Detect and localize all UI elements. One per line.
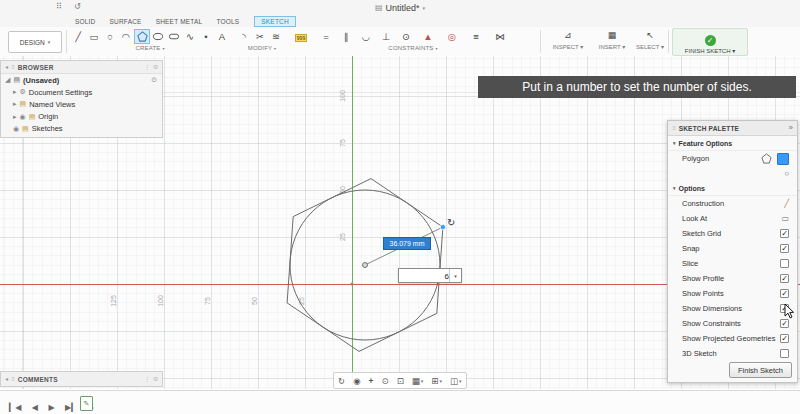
expander-icon[interactable]: ▸ [13,113,17,121]
option-row-sketch-grid[interactable]: Sketch Grid ✓ [668,226,797,241]
inspect-group[interactable]: ⊿ INSPECT ▾ [548,29,588,52]
sketch-dimension-tool-icon[interactable]: 999 [292,29,310,44]
create-group-label[interactable]: CREATE ▾ [70,45,230,54]
select-group[interactable]: ↖ SELECT ▾ [630,29,670,52]
orbit-icon[interactable]: ↻ [334,376,349,386]
finish-sketch-button[interactable]: ✓ FINISH SKETCH ▾ [672,28,748,56]
zoom-icon[interactable]: ⊙ [378,376,393,386]
polygon-sides-input[interactable]: ▾ [398,268,462,283]
collapse-panel-icon[interactable]: ◂ [5,376,8,382]
collinear-constraint-icon[interactable]: ≡ [468,29,484,44]
option-row-slice[interactable]: Slice [668,256,797,271]
point-tool-icon[interactable]: • [198,29,214,44]
show-points-checkbox[interactable]: ✓ [780,289,789,298]
eye-icon[interactable]: ◉ [20,113,26,121]
viewports-icon[interactable]: ◫▾ [446,376,466,386]
expand-right-icon[interactable]: » [789,124,793,132]
option-row-show-profile[interactable]: Show Profile ✓ [668,271,797,286]
sides-value-field[interactable] [399,269,451,284]
play-icon[interactable]: ▶ [45,401,57,414]
browser-row-sketches[interactable]: ◉ ▤ Sketches [1,123,162,137]
skip-to-start-icon[interactable]: ▎◀ [6,401,24,414]
browser-row-document-settings[interactable]: ▸ ⚙ Document Settings [1,86,162,98]
grip-dots-icon[interactable]: ⠿ [11,377,15,382]
show-projected-geometries-checkbox[interactable]: ✓ [780,334,789,343]
panel-settings-icon[interactable]: ⊙ [153,376,158,382]
feature-options-section[interactable]: ▾ Feature Options [668,136,797,151]
trim-tool-icon[interactable]: ✂ [252,29,268,44]
option-row-look-at[interactable]: Look At ▭ [668,211,797,226]
browser-row-document[interactable]: ◢ ▤ (Unsaved) ⊙ [1,74,162,86]
look-at-icon[interactable]: ▭ [781,215,789,223]
polygon-tool-icon[interactable] [134,29,150,44]
text-tool-icon[interactable]: A [214,29,230,44]
dimension-value-field[interactable]: 36.079 mm [383,237,431,250]
display-settings-icon[interactable]: ▦▾ [408,376,428,386]
tangent-constraint-icon[interactable]: ◡ [358,29,374,44]
options-section[interactable]: ▾ Options [668,181,797,196]
look-at-icon[interactable]: ◉ [349,376,364,386]
collapse-panel-icon[interactable]: ◂ [5,64,8,70]
snap-checkbox[interactable]: ✓ [780,244,789,253]
modify-group-label[interactable]: MODIFY ▾ [232,45,292,54]
midpoint-constraint-icon[interactable]: ▲ [420,29,436,44]
slice-checkbox[interactable] [780,259,789,268]
eye-icon[interactable]: ◉ [13,125,19,133]
slot-tool-icon[interactable] [166,29,182,44]
tab-solid[interactable]: SOLID [68,16,103,27]
circle-tool-icon[interactable]: ○ [102,29,118,44]
offset-tool-icon[interactable]: ≋ [268,29,284,44]
option-row-show-projected-geometries[interactable]: Show Projected Geometries ✓ [668,331,797,346]
option-row-show-dimensions[interactable]: Show Dimensions ✓ [668,301,797,316]
tab-sketch[interactable]: SKETCH [254,16,296,27]
browser-row-origin[interactable]: ▸ ◉ ▤ Origin [1,111,162,123]
fit-icon[interactable]: ⊡ [393,376,408,386]
step-back-icon[interactable]: ◀ [29,401,41,414]
expander-icon[interactable]: ▸ [13,100,17,108]
circle-mode-icon[interactable]: ○ [784,170,789,178]
option-row-3d-sketch[interactable]: 3D Sketch [668,346,797,361]
coincident-constraint-icon[interactable]: ⊙ [398,29,414,44]
sketch-palette-header[interactable]: ⠿ SKETCH PALETTE » [668,121,797,136]
option-row-construction[interactable]: Construction ╱ [668,196,797,211]
more-options-icon[interactable]: ⋮ [144,376,150,382]
option-row-show-constraints[interactable]: Show Constraints ✓ [668,316,797,331]
grip-dots-icon[interactable]: ⠿ [11,65,15,70]
option-row-show-points[interactable]: Show Points ✓ [668,286,797,301]
parallel-constraint-icon[interactable]: ∥ [338,29,354,44]
option-row-snap[interactable]: Snap ✓ [668,241,797,256]
polygon-inscribed-circle[interactable] [290,190,440,340]
fillet-tool-icon[interactable]: ◝ [236,29,252,44]
pentagon-icon[interactable] [761,153,772,164]
insert-group[interactable]: ▦ INSERT ▾ [592,29,632,52]
sketch-grid-checkbox[interactable]: ✓ [780,229,789,238]
polygon-preview[interactable] [287,179,443,352]
tab-sheet-metal[interactable]: SHEET METAL [149,16,210,27]
concentric-constraint-icon[interactable]: ◎ [444,29,460,44]
polygon-vertex-grip[interactable] [440,225,445,230]
show-constraints-checkbox[interactable]: ✓ [780,319,789,328]
rectangle-tool-icon[interactable]: ▭ [86,29,102,44]
horizontal-vertical-constraint-icon[interactable]: ⊥ [378,29,394,44]
document-tab[interactable]: ▤ Untitled* ▾ [0,0,800,16]
visibility-icon[interactable]: ⊙ [151,76,157,84]
3d-sketch-checkbox[interactable] [780,349,789,358]
sides-spinner-caret-icon[interactable]: ▾ [449,269,461,282]
tab-surface[interactable]: SURFACE [103,16,149,27]
rotate-handle-icon[interactable]: ↻ [447,218,455,228]
expander-icon[interactable]: ▸ [13,88,17,96]
constraints-group-label[interactable]: CONSTRAINTS ▾ [318,45,508,54]
browser-row-named-views[interactable]: ▸ ▤ Named Views [1,98,162,110]
spline-tool-icon[interactable]: ∿ [182,29,198,44]
pan-icon[interactable]: + [365,376,378,386]
equal-constraint-icon[interactable]: = [318,29,334,44]
skip-to-end-icon[interactable]: ▶▎ [62,401,80,414]
timeline-sketch-marker[interactable]: ✎ [80,396,93,411]
symmetry-constraint-icon[interactable]: ⋈ [492,29,508,44]
finish-sketch-palette-button[interactable]: Finish Sketch [729,362,792,378]
grip-dots-icon[interactable]: ⠿ [672,126,676,131]
expander-open-icon[interactable]: ◢ [5,76,10,84]
arc-tool-icon[interactable]: ◠ [118,29,134,44]
tab-tools[interactable]: TOOLS [209,16,246,27]
grid-and-snaps-icon[interactable]: ⊞▾ [427,376,446,386]
